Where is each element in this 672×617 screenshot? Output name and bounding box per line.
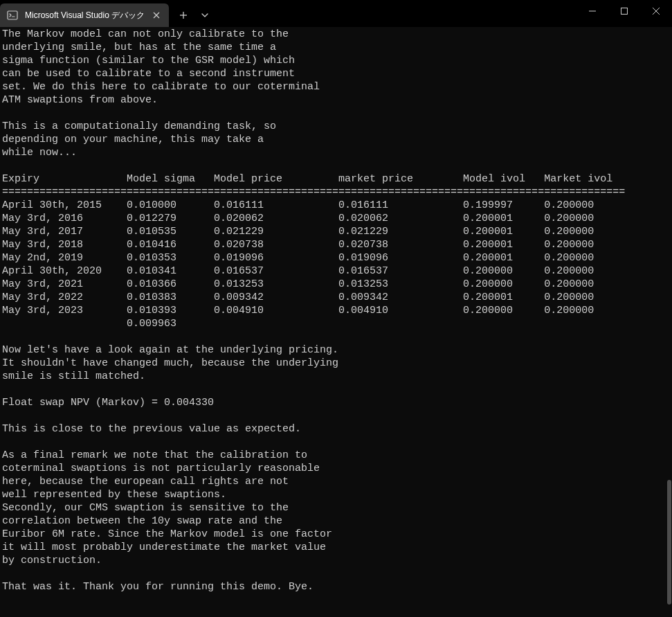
scrollbar-thumb[interactable] bbox=[667, 480, 671, 605]
table-row: April 30th, 2020 0.010341 0.016537 0.016… bbox=[2, 265, 594, 277]
tab-active[interactable]: Microsoft Visual Studio デバック bbox=[0, 3, 169, 27]
table-row: May 3rd, 2022 0.010383 0.009342 0.009342… bbox=[2, 292, 594, 303]
output-para4: This is close to the previous value as e… bbox=[2, 423, 301, 435]
output-para3: Now let's have a look again at the under… bbox=[2, 344, 338, 382]
table-row: May 3rd, 2016 0.012279 0.020062 0.020062… bbox=[2, 213, 594, 224]
close-window-button[interactable] bbox=[640, 0, 672, 22]
output-para6: That was it. Thank you for running this … bbox=[2, 581, 314, 593]
table-row: May 3rd, 2021 0.010366 0.013253 0.013253… bbox=[2, 278, 594, 290]
table-row: May 3rd, 2023 0.010393 0.004910 0.004910… bbox=[2, 305, 594, 316]
table-separator: ========================================… bbox=[2, 186, 625, 198]
table-row: May 3rd, 2018 0.010416 0.020738 0.020738… bbox=[2, 239, 594, 251]
titlebar: Microsoft Visual Studio デバック bbox=[0, 0, 672, 27]
window-controls bbox=[576, 0, 672, 22]
output-para5: As a final remark we note that the calib… bbox=[2, 449, 332, 566]
maximize-button[interactable] bbox=[608, 0, 640, 22]
tab-dropdown-button[interactable] bbox=[195, 3, 215, 27]
minimize-button[interactable] bbox=[576, 0, 608, 22]
table-row: 0.009963 bbox=[2, 318, 176, 330]
new-tab-button[interactable] bbox=[172, 3, 195, 27]
table-header: Expiry Model sigma Model price market pr… bbox=[2, 173, 612, 185]
table-row: April 30th, 2015 0.010000 0.016111 0.016… bbox=[2, 199, 594, 211]
tab-title: Microsoft Visual Studio デバック bbox=[25, 10, 145, 21]
output-para1: The Markov model can not only calibrate … bbox=[2, 28, 320, 106]
scrollbar-vertical[interactable] bbox=[664, 27, 672, 617]
svg-rect-0 bbox=[8, 11, 17, 19]
terminal-icon bbox=[7, 10, 18, 21]
tab-close-button[interactable] bbox=[151, 10, 162, 21]
terminal-area[interactable]: The Markov model can not only calibrate … bbox=[0, 27, 672, 617]
table-row: May 2nd, 2019 0.010353 0.019096 0.019096… bbox=[2, 252, 594, 264]
output-para2: This is a computationally demanding task… bbox=[2, 120, 276, 159]
terminal-output: The Markov model can not only calibrate … bbox=[2, 28, 670, 593]
svg-rect-7 bbox=[621, 8, 628, 15]
output-npv: Float swap NPV (Markov) = 0.004330 bbox=[2, 397, 214, 409]
table-row: May 3rd, 2017 0.010535 0.021229 0.021229… bbox=[2, 226, 594, 238]
